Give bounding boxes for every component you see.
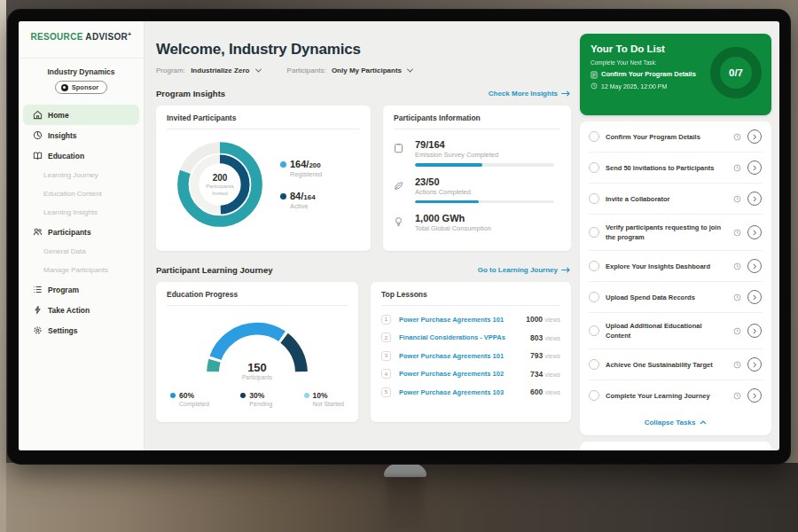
- lesson-row: 5 Power Purchase Agreements 103 600 view…: [381, 387, 560, 397]
- task-row: Verify participants requesting to join t…: [589, 215, 763, 251]
- lesson-link[interactable]: Power Purchase Agreements 102: [399, 370, 523, 378]
- views-suffix: views: [544, 335, 560, 341]
- sidebar-item-take-action[interactable]: Take Action: [19, 300, 144, 320]
- sidebar-item-label: Manage Participants: [43, 266, 108, 274]
- sidebar-item-manage-participants[interactable]: Manage Participants: [19, 261, 144, 279]
- task-open-button[interactable]: [747, 388, 762, 403]
- sidebar-item-general-data[interactable]: General Data: [19, 242, 144, 261]
- sponsor-badge[interactable]: Sponsor: [55, 81, 107, 94]
- todo-next-task: Confirm Your Program Details: [601, 70, 696, 78]
- sidebar-item-home[interactable]: Home: [23, 105, 139, 125]
- task-checkbox[interactable]: [589, 325, 599, 336]
- task-open-button[interactable]: [747, 290, 762, 304]
- task-checkbox[interactable]: [589, 390, 599, 401]
- stat-value: 23/50: [415, 176, 560, 187]
- invited-participants-card: Invited Participants 200 Partic: [156, 106, 371, 251]
- education-progress-card: Education Progress 150 Participants: [156, 282, 358, 422]
- task-open-button[interactable]: [747, 160, 762, 175]
- lesson-link[interactable]: Financial Considerations - VPPAs: [399, 333, 523, 341]
- logo-advisor: ADVISOR: [85, 32, 128, 42]
- go-to-learning-journey-link[interactable]: Go to Learning Journey: [478, 266, 571, 274]
- task-clock-icon: [733, 327, 741, 335]
- task-checkbox[interactable]: [589, 193, 599, 204]
- lesson-rank: 3: [381, 351, 391, 361]
- task-row: Achieve One Sustainability Target: [589, 349, 763, 380]
- task-open-button[interactable]: [747, 225, 762, 239]
- task-open-button[interactable]: [747, 324, 762, 338]
- task-row: Upload Spend Data Records: [589, 282, 763, 313]
- sidebar-item-education[interactable]: Education: [19, 145, 144, 166]
- participants-icon: [33, 227, 43, 237]
- lesson-link[interactable]: Power Purchase Agreements 103: [399, 388, 523, 396]
- task-label: Explore Your Insights Dashboard: [606, 262, 728, 271]
- task-checkbox[interactable]: [589, 292, 599, 302]
- app-logo: RESOURCE ADVISOR+: [19, 31, 144, 50]
- task-open-button[interactable]: [747, 192, 762, 206]
- lesson-views: 793: [530, 351, 543, 360]
- check-more-insights-link[interactable]: Check More Insights: [489, 90, 571, 98]
- filter-bar: Program: Industrialize Zero Participants…: [156, 66, 571, 74]
- gear-icon: [33, 325, 43, 335]
- task-open-button[interactable]: [747, 129, 762, 144]
- participants-filter[interactable]: Participants: Only My Participants: [287, 66, 413, 74]
- participants-information-card: Participants Information 79/164 Emission…: [383, 106, 571, 251]
- education-icon: [33, 151, 43, 160]
- legend-value: 164/: [290, 159, 309, 169]
- progress-bar: [415, 163, 554, 167]
- task-row: Upload Additional Educational Content: [589, 313, 763, 349]
- lesson-row: 2 Financial Considerations - VPPAs 803 v…: [381, 332, 560, 342]
- legend-pending: 30% Pending: [240, 391, 272, 407]
- task-row: Confirm Your Program Details: [589, 121, 763, 153]
- program-icon: [33, 285, 43, 294]
- legend-percent: 60%: [179, 391, 209, 400]
- task-checkbox[interactable]: [589, 261, 599, 271]
- lesson-views: 803: [530, 333, 543, 342]
- task-open-button[interactable]: [747, 259, 762, 273]
- page-title: Welcome, Industry Dynamics: [156, 41, 571, 59]
- sidebar-item-learning-insights[interactable]: Learning Insights: [19, 203, 144, 222]
- collapse-tasks-link[interactable]: Collapse Tasks: [589, 411, 763, 432]
- task-checkbox[interactable]: [589, 162, 599, 173]
- sidebar-item-label: Learning Insights: [43, 208, 98, 216]
- sidebar-item-participants[interactable]: Participants: [19, 222, 144, 242]
- legend-label: Registered: [290, 170, 322, 178]
- sidebar-item-label: Settings: [48, 326, 78, 335]
- todo-progress-value: 0/7: [729, 67, 743, 78]
- program-filter[interactable]: Program: Industrialize Zero: [156, 66, 261, 74]
- lesson-rank: 4: [381, 369, 391, 379]
- task-open-button[interactable]: [747, 357, 762, 372]
- content-column: Welcome, Industry Dynamics Program: Indu…: [156, 21, 571, 450]
- todo-progress-ring: 0/7: [710, 47, 762, 98]
- link-label: Go to Learning Journey: [478, 266, 558, 274]
- lesson-rank: 1: [381, 315, 391, 325]
- stat-value: 1,000 GWh: [415, 213, 560, 223]
- lesson-views: 600: [530, 387, 543, 396]
- lesson-row: 4 Power Purchase Agreements 102 734 view…: [381, 369, 560, 379]
- lesson-views: 1000: [526, 315, 543, 324]
- lesson-link[interactable]: Power Purchase Agreements 101: [399, 316, 519, 324]
- insights-icon: [33, 130, 43, 140]
- sidebar-item-label: General Data: [43, 247, 86, 255]
- sidebar-item-education-content[interactable]: Education Content: [19, 184, 144, 203]
- task-row: Explore Your Insights Dashboard: [589, 251, 763, 282]
- stat-value: 79/164: [415, 139, 560, 150]
- sidebar-item-insights[interactable]: Insights: [19, 125, 144, 145]
- stat-actions: 23/50 Actions Completed: [394, 176, 560, 204]
- task-checkbox[interactable]: [589, 359, 599, 370]
- lesson-link[interactable]: Power Purchase Agreements 101: [399, 352, 523, 360]
- lesson-rank: 5: [381, 387, 391, 397]
- sidebar-item-settings[interactable]: Settings: [19, 320, 144, 340]
- task-checkbox[interactable]: [589, 227, 599, 238]
- todo-header-card: Your To Do List Complete Your Next Task:…: [580, 34, 771, 115]
- legend-label: Not Started: [313, 401, 344, 407]
- task-clock-icon: [733, 262, 741, 270]
- todo-tasks-card: Confirm Your Program Details Send 50 Inv…: [580, 121, 771, 435]
- sidebar-item-learning-journey[interactable]: Learning Journey: [19, 166, 144, 184]
- donut-center-label: Invited: [212, 190, 228, 197]
- sidebar-item-label: Participants: [48, 228, 91, 237]
- task-label: Upload Additional Educational Content: [606, 321, 728, 340]
- education-gauge-chart: 150 Participants: [200, 318, 314, 377]
- task-checkbox[interactable]: [589, 131, 599, 142]
- legend-active: 84/164 Active: [280, 191, 322, 210]
- sidebar-item-program[interactable]: Program: [19, 279, 144, 300]
